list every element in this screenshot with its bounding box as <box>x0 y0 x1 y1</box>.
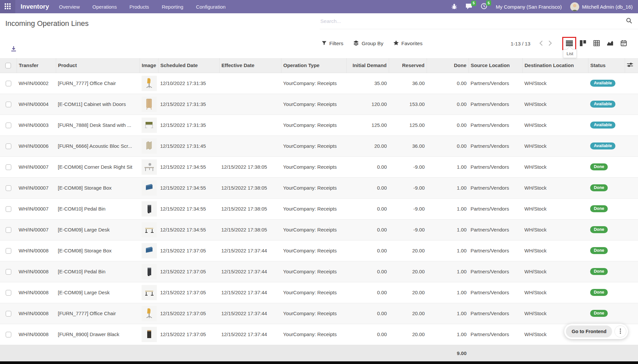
cell-effective-date[interactable]: 12/15/2022 17:37:44 <box>219 324 281 345</box>
row-checkbox[interactable] <box>6 143 11 149</box>
cell-transfer[interactable]: WH/IN/00007 <box>17 156 56 177</box>
cell-transfer[interactable]: WH/IN/00008 <box>17 261 56 282</box>
cell-status[interactable]: Done <box>588 303 625 324</box>
favorites-button[interactable]: Favorites <box>393 40 423 47</box>
cell-initial-demand[interactable]: 0.00 <box>346 198 389 219</box>
nav-item-reporting[interactable]: Reporting <box>162 4 183 10</box>
cell-status[interactable]: Available <box>588 136 625 156</box>
column-header-reserved[interactable]: Reserved <box>389 58 427 73</box>
apps-menu-button[interactable] <box>0 0 15 13</box>
cell-status[interactable]: Available <box>588 94 625 115</box>
cell-transfer[interactable]: WH/IN/00007 <box>17 219 56 240</box>
table-row[interactable]: WH/IN/00008[E-COM09] Large Desk12/15/202… <box>0 282 638 303</box>
cell-initial-demand[interactable]: 120.00 <box>346 94 389 115</box>
table-row[interactable]: WH/IN/00008[FURN_7777] Office Chair12/15… <box>0 303 638 324</box>
cell-done[interactable]: 0.00 <box>427 94 469 115</box>
cell-status[interactable]: Done <box>588 198 625 219</box>
go-to-frontend-button[interactable]: Go to Frontend <box>566 325 612 337</box>
cell-transfer[interactable]: WH/IN/00007 <box>17 198 56 219</box>
cell-transfer[interactable]: WH/IN/00006 <box>17 136 56 156</box>
cell-source-location[interactable]: Partners/Vendors <box>469 282 522 303</box>
cell-destination-location[interactable]: WH/Stock <box>522 240 588 261</box>
cell-effective-date[interactable]: 12/15/2022 17:38:05 <box>219 198 281 219</box>
debug-bug-button[interactable] <box>452 3 457 10</box>
cell-status[interactable]: Done <box>588 240 625 261</box>
cell-scheduled-date[interactable]: 12/15/2022 17:34:55 <box>158 156 219 177</box>
cell-source-location[interactable]: Partners/Vendors <box>469 115 522 136</box>
cell-status[interactable]: Available <box>588 115 625 136</box>
cell-product[interactable]: [FURN_6666] Acoustic Bloc Scr... <box>56 136 140 156</box>
row-checkbox[interactable] <box>6 290 11 296</box>
cell-reserved[interactable]: 20.00 <box>389 261 427 282</box>
cell-destination-location[interactable]: WH/Stock <box>522 303 588 324</box>
row-checkbox[interactable] <box>6 81 11 86</box>
table-row[interactable]: WH/IN/00002[FURN_7777] Office Chair12/10… <box>0 73 638 94</box>
nav-item-configuration[interactable]: Configuration <box>196 4 226 10</box>
cell-transfer[interactable]: WH/IN/00003 <box>17 115 56 136</box>
cell-destination-location[interactable]: WH/Stock <box>522 73 588 94</box>
cell-destination-location[interactable]: WH/Stock <box>522 94 588 115</box>
cell-reserved[interactable]: 36.00 <box>389 136 427 156</box>
cell-initial-demand[interactable]: 0.00 <box>346 282 389 303</box>
cell-reserved[interactable]: -9.00 <box>389 177 427 198</box>
cell-operation-type[interactable]: YourCompany: Receipts <box>281 198 346 219</box>
row-checkbox[interactable] <box>6 248 11 254</box>
cell-product[interactable]: [E-COM10] Pedal Bin <box>56 261 140 282</box>
cell-product[interactable]: [FURN_7777] Office Chair <box>56 73 140 94</box>
cell-product[interactable]: [FURN_7777] Office Chair <box>56 303 140 324</box>
cell-status[interactable]: Done <box>588 177 625 198</box>
table-row[interactable]: WH/IN/00007[E-COM10] Pedal Bin12/15/2022… <box>0 198 638 219</box>
cell-product[interactable]: [E-COM09] Large Desk <box>56 219 140 240</box>
cell-effective-date[interactable]: 12/15/2022 17:37:44 <box>219 303 281 324</box>
cell-effective-date[interactable] <box>219 94 281 115</box>
table-row[interactable]: WH/IN/00007[E-COM08] Storage Box12/15/20… <box>0 177 638 198</box>
cell-reserved[interactable]: 20.00 <box>389 324 427 345</box>
cell-status[interactable]: Done <box>588 261 625 282</box>
cell-done[interactable]: 1.00 <box>427 177 469 198</box>
column-header-transfer[interactable]: Transfer <box>17 58 56 73</box>
column-header-product[interactable]: Product <box>56 58 140 73</box>
row-checkbox[interactable] <box>6 102 11 107</box>
cell-scheduled-date[interactable]: 12/15/2022 17:37:05 <box>158 240 219 261</box>
cell-scheduled-date[interactable]: 12/15/2022 17:37:05 <box>158 261 219 282</box>
cell-transfer[interactable]: WH/IN/00008 <box>17 303 56 324</box>
column-header-status[interactable]: Status <box>588 58 625 73</box>
table-row[interactable]: WH/IN/00008[E-COM08] Storage Box12/15/20… <box>0 240 638 261</box>
nav-item-operations[interactable]: Operations <box>92 4 117 10</box>
pager-previous-button[interactable] <box>536 40 546 47</box>
cell-effective-date[interactable]: 12/15/2022 17:37:44 <box>219 261 281 282</box>
cell-initial-demand[interactable]: 125.00 <box>346 115 389 136</box>
cell-source-location[interactable]: Partners/Vendors <box>469 73 522 94</box>
cell-initial-demand[interactable]: 35.00 <box>346 73 389 94</box>
row-checkbox[interactable] <box>6 123 11 128</box>
pager-next-button[interactable] <box>546 40 555 47</box>
cell-scheduled-date[interactable]: 12/15/2022 17:31:35 <box>158 115 219 136</box>
cell-source-location[interactable]: Partners/Vendors <box>469 240 522 261</box>
cell-initial-demand[interactable]: 0.00 <box>346 303 389 324</box>
activities-button[interactable]: 5 <box>481 3 487 10</box>
table-row[interactable]: WH/IN/00006[FURN_6666] Acoustic Bloc Scr… <box>0 136 638 156</box>
cell-reserved[interactable]: 20.00 <box>389 303 427 324</box>
column-header-initial-demand[interactable]: Initial Demand <box>346 58 389 73</box>
cell-scheduled-date[interactable]: 12/15/2022 17:31:35 <box>158 94 219 115</box>
cell-operation-type[interactable]: YourCompany: Receipts <box>281 115 346 136</box>
calendar-view-button[interactable] <box>618 38 629 49</box>
column-header-done[interactable]: Done <box>427 58 469 73</box>
search-input[interactable] <box>320 18 615 24</box>
cell-product[interactable]: [E-COM06] Corner Desk Right Sit <box>56 156 140 177</box>
cell-done[interactable]: 1.00 <box>427 219 469 240</box>
cell-status[interactable]: Done <box>588 219 625 240</box>
column-header-image[interactable]: Image <box>140 58 158 73</box>
cell-status[interactable]: Available <box>588 73 625 94</box>
row-checkbox[interactable] <box>6 311 11 317</box>
cell-transfer[interactable]: WH/IN/00004 <box>17 94 56 115</box>
cell-done[interactable]: 0.00 <box>427 115 469 136</box>
cell-initial-demand[interactable]: 0.00 <box>346 177 389 198</box>
cell-effective-date[interactable] <box>219 115 281 136</box>
graph-view-button[interactable] <box>604 38 616 49</box>
column-header-scheduled-date[interactable]: Scheduled Date <box>158 58 219 73</box>
cell-source-location[interactable]: Partners/Vendors <box>469 94 522 115</box>
cell-effective-date[interactable]: 12/15/2022 17:37:44 <box>219 282 281 303</box>
cell-effective-date[interactable] <box>219 73 281 94</box>
cell-scheduled-date[interactable]: 12/10/2022 17:31:35 <box>158 73 219 94</box>
